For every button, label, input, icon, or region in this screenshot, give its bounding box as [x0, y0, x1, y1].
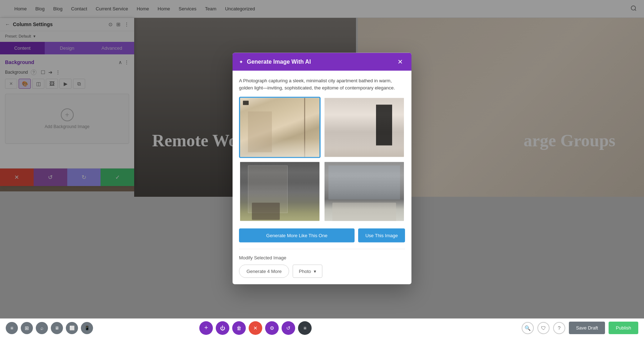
toolbar-add-button[interactable]: +: [199, 321, 213, 335]
toolbar-right: 🔍 🛡 ? Save Draft Publish: [522, 322, 638, 334]
toolbar-search-button[interactable]: ⌕: [36, 322, 48, 334]
modal-close-button[interactable]: ✕: [395, 58, 405, 66]
image-cell-1[interactable]: [239, 97, 321, 158]
toolbar-help-button[interactable]: ?: [553, 322, 565, 334]
save-draft-button[interactable]: Save Draft: [569, 322, 605, 334]
modal-actions: Generate More Like This One Use This Ima…: [239, 229, 405, 243]
modify-controls: Generate 4 More Photo ▾: [239, 265, 405, 278]
toolbar-refresh-button[interactable]: ↺: [282, 321, 295, 335]
generate-image-modal: ✦ Generate Image With AI ✕ A Photograph …: [233, 53, 411, 284]
image-cell-3[interactable]: [239, 161, 321, 222]
modal-body: A Photograph capturing a sleek, minimali…: [233, 71, 411, 284]
toolbar-center: + ⏻ 🗑 ✕ ⚙ ↺ ≡: [199, 321, 312, 335]
modify-title: Modify Selected Image: [239, 255, 405, 260]
toolbar-gear-button[interactable]: ⚙: [265, 321, 279, 335]
toolbar-power-button[interactable]: ⏻: [216, 321, 229, 335]
toolbar-grid-button[interactable]: ⊞: [21, 322, 33, 334]
toolbar-tablet-button[interactable]: ⬜: [66, 322, 78, 334]
generate-4-more-button[interactable]: Generate 4 More: [239, 265, 289, 278]
modal-header-left: ✦ Generate Image With AI: [239, 59, 311, 65]
modal-description: A Photograph capturing a sleek, minimali…: [239, 77, 405, 91]
modal-header: ✦ Generate Image With AI ✕: [233, 53, 411, 71]
image-cell-2[interactable]: [323, 97, 405, 158]
dropdown-arrow-icon: ▾: [314, 269, 316, 274]
photo-select-label: Photo: [299, 269, 311, 274]
toolbar-mobile-button[interactable]: 📱: [81, 322, 93, 334]
bottom-toolbar: ≡ ⊞ ⌕ 🖥 ⬜ 📱 + ⏻ 🗑 ✕ ⚙ ↺ ≡ 🔍 🛡 ? Save Dra…: [0, 318, 644, 337]
image-grid: [239, 97, 405, 222]
publish-button[interactable]: Publish: [609, 322, 638, 334]
generate-more-button[interactable]: Generate More Like This One: [239, 229, 355, 243]
toolbar-menu-button[interactable]: ≡: [6, 322, 18, 334]
toolbar-bars-button[interactable]: ≡: [298, 321, 312, 335]
toolbar-shield-button[interactable]: 🛡: [537, 322, 550, 334]
modify-section: Modify Selected Image Generate 4 More Ph…: [239, 249, 405, 278]
toolbar-trash-button[interactable]: 🗑: [232, 321, 246, 335]
photo-type-select[interactable]: Photo ▾: [293, 265, 322, 278]
toolbar-search-circle[interactable]: 🔍: [522, 322, 534, 334]
modal-title: Generate Image With AI: [247, 59, 311, 65]
toolbar-monitor-button[interactable]: 🖥: [51, 322, 63, 334]
use-image-button[interactable]: Use This Image: [358, 229, 405, 243]
toolbar-left: ≡ ⊞ ⌕ 🖥 ⬜ 📱: [6, 322, 93, 334]
toolbar-close-button[interactable]: ✕: [249, 321, 262, 335]
wand-icon: ✦: [239, 59, 243, 65]
image-cell-4[interactable]: [323, 161, 405, 222]
